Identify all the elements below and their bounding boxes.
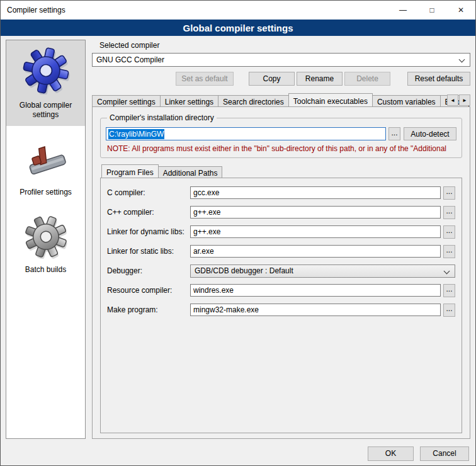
blue-gear-icon xyxy=(9,47,82,96)
maximize-button[interactable]: □ xyxy=(417,1,446,20)
c-compiler-browse-button[interactable]: ... xyxy=(443,186,455,200)
tab-additional-paths[interactable]: Additional Paths xyxy=(158,166,223,178)
tab-toolchain-executables[interactable]: Toolchain executables xyxy=(288,93,373,107)
selected-compiler-label: Selected compiler xyxy=(99,41,470,50)
linker-static-input[interactable] xyxy=(190,245,441,258)
installation-directory-selected-text: C:\raylib\MinGW xyxy=(108,129,164,139)
delete-button: Delete xyxy=(344,72,390,86)
sidebar-item-batch-builds[interactable]: Batch builds xyxy=(6,208,85,281)
c-compiler-row: C compiler: ... xyxy=(107,186,455,199)
installation-directory-input[interactable]: C:\raylib\MinGW xyxy=(106,127,386,140)
rename-button[interactable]: Rename xyxy=(297,72,343,86)
sidebar-item-label: Global compiler settings xyxy=(9,101,82,120)
resource-compiler-label: Resource compiler: xyxy=(107,286,190,295)
dialog-footer: OK Cancel xyxy=(1,441,475,465)
c-compiler-input[interactable] xyxy=(190,186,441,199)
cpp-compiler-label: C++ compiler: xyxy=(107,208,190,217)
gray-gear-icon xyxy=(9,215,82,261)
program-files-panel: C compiler: ... C++ compiler: ... Linker… xyxy=(100,178,462,433)
sidebar-item-global-compiler-settings[interactable]: Global compiler settings xyxy=(6,40,85,126)
debugger-row: Debugger: GDB/CDB debugger : Default xyxy=(107,264,455,277)
toolchain-executables-panel: Compiler's installation directory C:\ray… xyxy=(92,106,470,439)
tab-program-files[interactable]: Program Files xyxy=(101,164,159,178)
minimize-icon: — xyxy=(399,6,407,14)
titlebar: Compiler settings — □ ✕ xyxy=(1,1,475,20)
tab-linker-settings[interactable]: Linker settings xyxy=(160,95,218,107)
debugger-value: GDB/CDB debugger : Default xyxy=(195,266,293,275)
linker-static-row: Linker for static libs: ... xyxy=(107,245,455,258)
settings-tabbar: Compiler settings Linker settings Search… xyxy=(92,93,470,107)
chevron-down-icon xyxy=(444,268,450,274)
bin-subdirectory-note: NOTE: All programs must exist either in … xyxy=(107,144,456,153)
reset-defaults-button[interactable]: Reset defaults xyxy=(407,72,470,86)
linker-static-label: Linker for static libs: xyxy=(107,247,190,256)
tab-search-directories[interactable]: Search directories xyxy=(218,95,289,107)
sidebar-item-label: Profiler settings xyxy=(9,188,82,197)
make-program-label: Make program: xyxy=(107,305,190,314)
linker-static-browse-button[interactable]: ... xyxy=(443,245,455,258)
cancel-button[interactable]: Cancel xyxy=(420,446,469,461)
ok-button[interactable]: OK xyxy=(368,446,414,461)
tab-custom-variables[interactable]: Custom variables xyxy=(372,95,441,107)
installation-directory-row: C:\raylib\MinGW ... Auto-detect xyxy=(106,127,456,140)
auto-detect-button[interactable]: Auto-detect xyxy=(404,127,456,140)
chevron-down-icon xyxy=(459,57,465,63)
compiler-action-buttons: Set as default Copy Rename Delete Reset … xyxy=(92,72,470,86)
maximize-icon: □ xyxy=(429,6,434,14)
compiler-settings-window: Compiler settings — □ ✕ Global compiler … xyxy=(0,0,476,466)
profiler-plane-icon xyxy=(9,137,82,183)
browse-directory-button[interactable]: ... xyxy=(388,127,400,140)
sidebar-item-profiler-settings[interactable]: Profiler settings xyxy=(6,131,85,203)
cpp-compiler-row: C++ compiler: ... xyxy=(107,206,455,219)
copy-button[interactable]: Copy xyxy=(249,72,295,86)
linker-dynamic-input[interactable] xyxy=(190,225,441,238)
cpp-compiler-browse-button[interactable]: ... xyxy=(443,206,455,219)
linker-dynamic-row: Linker for dynamic libs: ... xyxy=(107,225,455,238)
tab-compiler-settings[interactable]: Compiler settings xyxy=(92,95,161,107)
resource-compiler-row: Resource compiler: ... xyxy=(107,284,455,297)
selected-compiler-dropdown[interactable]: GNU GCC Compiler xyxy=(92,53,470,67)
close-button[interactable]: ✕ xyxy=(446,1,475,20)
program-files-tabbar: Program Files Additional Paths xyxy=(101,164,461,178)
program-files-notebook: Program Files Additional Paths C compile… xyxy=(100,163,462,433)
make-program-row: Make program: ... xyxy=(107,304,455,316)
dialog-body: Global compiler settings Profiler settin… xyxy=(1,36,475,441)
cpp-compiler-input[interactable] xyxy=(190,206,441,219)
linker-dynamic-label: Linker for dynamic libs: xyxy=(107,227,190,236)
debugger-dropdown[interactable]: GDB/CDB debugger : Default xyxy=(190,264,455,278)
tab-scroll-right-button[interactable]: ► xyxy=(459,94,470,106)
installation-directory-label: Compiler's installation directory xyxy=(107,113,217,122)
dialog-header: Global compiler settings xyxy=(1,20,475,36)
close-icon: ✕ xyxy=(458,6,464,14)
resource-compiler-browse-button[interactable]: ... xyxy=(443,284,455,297)
set-as-default-button: Set as default xyxy=(176,72,234,86)
installation-directory-groupbox: Compiler's installation directory C:\ray… xyxy=(100,113,462,158)
caption-buttons: — □ ✕ xyxy=(388,1,475,20)
minimize-button[interactable]: — xyxy=(388,1,417,20)
main-area: Selected compiler GNU GCC Compiler Set a… xyxy=(92,40,470,439)
tab-scroll-buttons: ◄ ► xyxy=(447,94,470,106)
selected-compiler-value: GNU GCC Compiler xyxy=(96,55,164,64)
linker-dynamic-browse-button[interactable]: ... xyxy=(443,225,455,239)
c-compiler-label: C compiler: xyxy=(107,188,190,197)
sidebar-item-label: Batch builds xyxy=(9,265,82,275)
make-program-input[interactable] xyxy=(190,304,441,316)
settings-sidebar: Global compiler settings Profiler settin… xyxy=(6,40,86,439)
resource-compiler-input[interactable] xyxy=(190,284,441,297)
debugger-label: Debugger: xyxy=(107,266,190,275)
window-title: Compiler settings xyxy=(1,6,65,14)
make-program-browse-button[interactable]: ... xyxy=(443,304,455,317)
tab-scroll-left-button[interactable]: ◄ xyxy=(447,94,458,106)
tab-scroll-right-icon: ► xyxy=(462,98,467,103)
tab-scroll-left-icon: ◄ xyxy=(450,98,455,103)
